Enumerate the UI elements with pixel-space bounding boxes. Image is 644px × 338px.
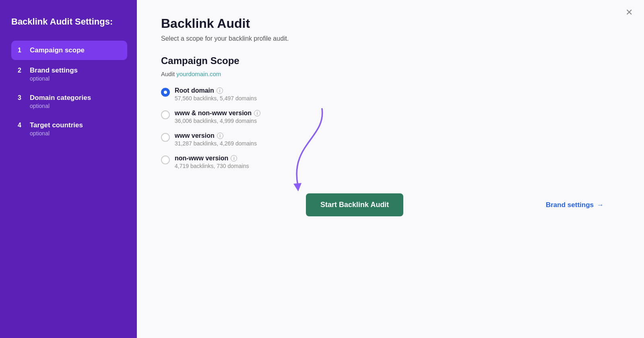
radio-label-www-version: www versioni <box>175 132 257 139</box>
close-button[interactable]: ✕ <box>625 8 633 17</box>
radio-label-non-www-version: non-www versioni <box>175 155 249 162</box>
info-icon-www-version[interactable]: i <box>217 133 223 139</box>
sidebar-item-brand-settings[interactable]: 2Brand settingsoptional <box>11 61 127 87</box>
actions-wrapper: Start Backlink Audit Brand settings → <box>161 193 620 216</box>
info-icon-www-non-www[interactable]: i <box>254 110 260 116</box>
radio-circle-www-version[interactable] <box>161 133 170 142</box>
svg-marker-0 <box>293 183 302 192</box>
sidebar-item-number: 2 <box>18 67 24 74</box>
audit-domain-line: Audit yourdomain.com <box>161 71 620 77</box>
brand-settings-link[interactable]: Brand settings → <box>546 201 604 209</box>
sidebar-item-sub: optional <box>30 130 121 137</box>
sidebar-item-sub: optional <box>30 75 121 82</box>
sidebar-item-number: 1 <box>18 47 24 54</box>
sidebar-item-sub: optional <box>30 103 121 109</box>
page-subtitle: Select a scope for your backlink profile… <box>161 35 620 42</box>
sidebar-title: Backlink Audit Settings: <box>11 16 127 28</box>
radio-desc-root-domain: 57,560 backlinks, 5,497 domains <box>175 95 257 102</box>
radio-desc-non-www-version: 4,719 backlinks, 730 domains <box>175 163 249 169</box>
radio-group: Root domaini57,560 backlinks, 5,497 doma… <box>161 87 620 169</box>
radio-option-www-non-www[interactable]: www & non-www versioni36,006 backlinks, … <box>161 110 620 124</box>
sidebar-item-label: Brand settings <box>30 66 78 75</box>
section-title: Campaign Scope <box>161 55 620 66</box>
info-icon-non-www-version[interactable]: i <box>231 155 237 162</box>
radio-circle-www-non-www[interactable] <box>161 110 170 119</box>
sidebar-item-domain-categories[interactable]: 3Domain categoriesoptional <box>11 88 127 115</box>
radio-desc-www-non-www: 36,006 backlinks, 4,999 domains <box>175 118 260 124</box>
radio-option-root-domain[interactable]: Root domaini57,560 backlinks, 5,497 doma… <box>161 87 620 102</box>
radio-option-non-www-version[interactable]: non-www versioni4,719 backlinks, 730 dom… <box>161 155 620 169</box>
start-audit-button[interactable]: Start Backlink Audit <box>306 193 403 216</box>
radio-label-root-domain: Root domaini <box>175 87 257 94</box>
main-content: ✕ Backlink Audit Select a scope for your… <box>137 0 644 338</box>
sidebar-item-label: Domain categories <box>30 94 91 102</box>
radio-desc-www-version: 31,287 backlinks, 4,269 domains <box>175 140 257 147</box>
sidebar-item-target-countries[interactable]: 4Target countriesoptional <box>11 116 127 142</box>
sidebar-item-label: Campaign scope <box>30 46 85 54</box>
radio-label-www-non-www: www & non-www versioni <box>175 110 260 117</box>
sidebar-item-campaign-scope[interactable]: 1Campaign scope <box>11 41 127 60</box>
sidebar-item-number: 3 <box>18 94 24 102</box>
sidebar-item-label: Target countries <box>30 121 83 129</box>
audit-domain-link[interactable]: yourdomain.com <box>176 71 221 77</box>
radio-option-www-version[interactable]: www versioni31,287 backlinks, 4,269 doma… <box>161 132 620 147</box>
radio-circle-root-domain[interactable] <box>161 88 170 97</box>
radio-circle-non-www-version[interactable] <box>161 156 170 164</box>
info-icon-root-domain[interactable]: i <box>217 87 223 94</box>
sidebar: Backlink Audit Settings: 1Campaign scope… <box>0 0 137 338</box>
page-title: Backlink Audit <box>161 16 620 31</box>
sidebar-item-number: 4 <box>18 122 24 129</box>
